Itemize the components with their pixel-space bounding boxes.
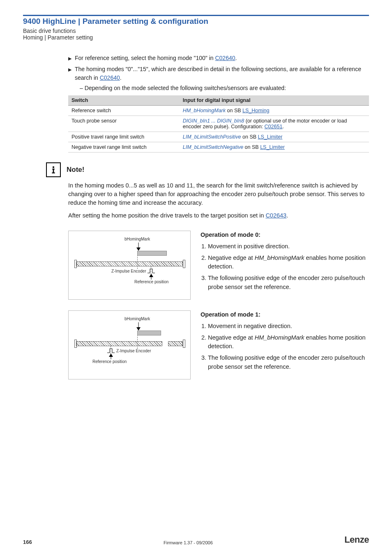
- svg-rect-3: [52, 172, 55, 173]
- note-p2b: .: [286, 212, 288, 219]
- s2a: Negative edge at: [208, 254, 255, 261]
- bullet-text-b: .: [120, 74, 122, 81]
- link-c02651[interactable]: C02651: [265, 124, 283, 130]
- bullet-text: For reference setting, select the homing…: [75, 54, 237, 62]
- left-stop: [74, 260, 77, 268]
- arrow-down-icon: [136, 322, 141, 331]
- cell-switch: Touch probe sensor: [68, 116, 180, 132]
- page-number: 166: [23, 539, 32, 545]
- table-row: Touch probe sensor DIGIN_bIn1 ... DIGIN_…: [68, 116, 369, 132]
- triangle-bullet-icon: [68, 54, 71, 62]
- s2i: HM_bHomingMark: [255, 334, 304, 341]
- arrow-up-icon: [109, 354, 113, 359]
- signal-txt: on SB: [226, 108, 242, 113]
- cell-signal: HM_bHomingMark on SB LS_Homing: [180, 106, 369, 116]
- cell-switch: Reference switch: [68, 106, 180, 116]
- hatch-track: [168, 341, 183, 346]
- signal-end: .: [282, 124, 284, 130]
- signal-txt: on SB: [243, 144, 260, 150]
- footer-center: Firmware 1.37 - 09/2006: [164, 540, 213, 545]
- pulse-icon: [148, 268, 155, 274]
- arrow-down-icon: [136, 243, 141, 251]
- cell-signal: DIGIN_bIn1 ... DIGIN_bIn8 (or optional u…: [180, 116, 369, 132]
- info-icon: [46, 162, 61, 177]
- table-row: Negative travel range limit switch LIM_b…: [68, 142, 369, 153]
- mode0-step1: Movement in positive direction.: [208, 242, 369, 251]
- right-stop: [183, 340, 185, 348]
- cell-signal: LIM_bLimitSwitchNegative on SB LS_Limite…: [180, 142, 369, 153]
- link-ls-homing[interactable]: LS_Homing: [242, 108, 269, 113]
- signal-name: DIGIN_bIn1 ... DIGIN_bIn8: [183, 118, 244, 124]
- link-c02640-1[interactable]: C02640: [215, 55, 235, 61]
- signal-block: [137, 331, 161, 335]
- table-header-switch: Switch: [68, 95, 180, 106]
- note-label: Note!: [67, 166, 84, 174]
- note-paragraph-2: After setting the home position the driv…: [68, 211, 369, 220]
- signal-name: HM_bHomingMark: [183, 108, 226, 113]
- diag-zimpulse-label: Z-Impulse Encoder: [116, 349, 151, 353]
- svg-rect-2: [53, 169, 54, 173]
- s2a: Negative edge at: [208, 334, 255, 341]
- hatch-track: [76, 261, 183, 266]
- diagram-mode1: bHomingMark Z-Impulse Encoder Reference …: [68, 310, 191, 379]
- bullet-homing-modes: The homing modes "0"..."15", which are d…: [68, 65, 369, 82]
- note-paragraph-1: In the homing modes 0...5 as well as 10 …: [68, 181, 369, 207]
- link-ls-limiter-1[interactable]: LS_Limiter: [258, 134, 283, 140]
- bullet-text-b: .: [235, 55, 237, 61]
- svg-point-0: [53, 166, 54, 168]
- bullet-ref-setting: For reference setting, select the homing…: [68, 54, 369, 62]
- bullet-text: The homing modes "0"..."15", which are d…: [75, 65, 369, 82]
- mode0-text: Operation of mode 0: Movement in positiv…: [201, 231, 369, 300]
- mode1-row: bHomingMark Z-Impulse Encoder Reference …: [68, 310, 369, 379]
- sub-bullet-depending: – Depending on the mode selected the fol…: [80, 85, 369, 91]
- cell-switch: Negative travel range limit switch: [68, 142, 180, 153]
- triangle-bullet-icon: [68, 65, 71, 82]
- table-row: Positive travel range limit switch LIM_b…: [68, 132, 369, 142]
- signal-txt: on SB: [241, 134, 258, 140]
- s2i: HM_bHomingMark: [255, 254, 304, 261]
- note-p2a: After setting the home position the driv…: [68, 212, 265, 219]
- diag-homingmark-label: bHomingMark: [125, 317, 150, 321]
- bullet-text-a: For reference setting, select the homing…: [75, 55, 215, 61]
- diag-refpos-label: Reference position: [134, 280, 168, 284]
- note-header: Note!: [46, 162, 369, 177]
- cell-signal: LIM_bLimitSwitchPositive on SB LS_Limite…: [180, 132, 369, 142]
- table-header-signal: Input for digital input signal: [180, 95, 369, 106]
- mode0-row: bHomingMark Z-Impulse Encoder Reference …: [68, 231, 369, 300]
- header-accent-bar: [23, 15, 369, 16]
- hatch-track: [76, 341, 162, 346]
- switch-signal-table: Switch Input for digital input signal Re…: [68, 95, 369, 153]
- arrow-up-icon: [149, 274, 153, 280]
- link-ls-limiter-2[interactable]: LS_Limiter: [260, 144, 285, 150]
- mode0-step3: The following positive edge of the encod…: [208, 274, 369, 292]
- link-c02640-2[interactable]: C02640: [100, 74, 120, 81]
- diagram-mode0: bHomingMark Z-Impulse Encoder Reference …: [68, 231, 191, 300]
- mode1-step3: The following positive edge of the encod…: [208, 354, 369, 372]
- page-footer: 166 Firmware 1.37 - 09/2006 Lenze: [23, 534, 369, 545]
- page-title: 9400 HighLine | Parameter setting & conf…: [23, 17, 369, 26]
- mode1-step1: Movement in negative direction.: [208, 322, 369, 331]
- mode1-title: Operation of mode 1:: [201, 310, 369, 319]
- header-sub2: Homing | Parameter setting: [23, 34, 369, 41]
- signal-name: LIM_bLimitSwitchNegative: [183, 144, 243, 150]
- right-stop: [183, 260, 185, 268]
- mode1-step2: Negative edge at HM_bHomingMark enables …: [208, 333, 369, 352]
- lenze-logo: Lenze: [344, 534, 369, 545]
- table-row: Reference switch HM_bHomingMark on SB LS…: [68, 106, 369, 116]
- diag-zimpulse-label: Z-Impulse Encoder: [111, 269, 146, 273]
- mode0-title: Operation of mode 0:: [201, 231, 369, 240]
- link-c02643[interactable]: C02643: [265, 212, 286, 219]
- mode1-text: Operation of mode 1: Movement in negativ…: [201, 310, 369, 379]
- diag-refpos-label: Reference position: [92, 359, 127, 364]
- signal-name: LIM_bLimitSwitchPositive: [183, 134, 241, 140]
- pulse-icon: [107, 348, 115, 354]
- svg-marker-9: [136, 327, 141, 331]
- diag-homingmark-label: bHomingMark: [125, 237, 150, 241]
- left-stop: [74, 340, 77, 348]
- signal-block: [137, 251, 167, 256]
- header-sub1: Basic drive functions: [23, 28, 369, 34]
- cell-switch: Positive travel range limit switch: [68, 132, 180, 142]
- svg-marker-5: [136, 247, 141, 251]
- mode0-step2: Negative edge at HM_bHomingMark enables …: [208, 254, 369, 272]
